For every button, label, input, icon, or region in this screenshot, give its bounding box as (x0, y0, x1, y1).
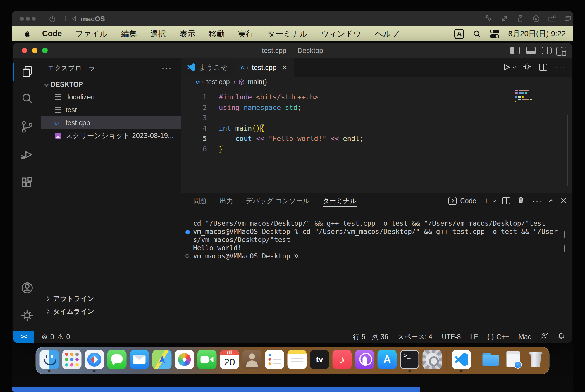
resize-icon[interactable] (500, 15, 509, 23)
source-control-icon[interactable] (20, 120, 34, 134)
tab-problems[interactable]: 問題 (193, 193, 207, 208)
pause-icon[interactable] (60, 15, 68, 23)
toggle-panel-icon[interactable] (526, 47, 536, 54)
menu-go[interactable]: 移動 (209, 29, 225, 39)
tab-welcome[interactable]: ようこそ (181, 58, 234, 77)
dock-vscode[interactable] (452, 348, 472, 373)
breadcrumb-file[interactable]: test.cpp (206, 78, 230, 86)
dock-trash[interactable] (526, 348, 546, 373)
apple-menu-icon[interactable] (23, 30, 31, 38)
control-center-icon[interactable] (490, 30, 499, 38)
breadcrumb-symbol[interactable]: main() (248, 78, 267, 86)
minimap[interactable] (515, 90, 545, 103)
indentation[interactable]: スペース: 4 (398, 332, 432, 341)
pointer-capture-icon[interactable] (485, 15, 493, 23)
toggle-primary-sidebar-icon[interactable] (510, 47, 520, 54)
eol-sequence[interactable]: LF (470, 333, 478, 341)
close-tab-icon[interactable]: × (282, 63, 287, 72)
language-mode[interactable]: { } C++ (487, 333, 509, 341)
split-terminal-icon[interactable] (502, 197, 510, 204)
dock-photos[interactable] (175, 348, 195, 373)
dock-calendar[interactable]: 8月 20 (220, 348, 240, 373)
usb-icon[interactable] (516, 15, 524, 23)
explorer-more-actions-icon[interactable]: ··· (161, 63, 172, 73)
editor-scrollbar[interactable] (567, 115, 568, 186)
menu-app-name[interactable]: Code (42, 29, 62, 38)
shell-selector[interactable]: Code (448, 197, 476, 205)
dock-system-settings[interactable] (422, 348, 442, 373)
outline-section[interactable]: アウトライン (41, 292, 181, 305)
gear-icon[interactable] (523, 62, 531, 72)
displays-icon[interactable] (564, 15, 572, 23)
breadcrumb[interactable]: C++ test.cpp main() (181, 77, 572, 87)
account-icon[interactable] (20, 281, 34, 295)
cursor-position[interactable]: 行 5、列 36 (353, 332, 388, 341)
settings-gear-icon[interactable] (20, 309, 34, 322)
terminal-scrollbar-mark[interactable] (564, 231, 565, 238)
os-indicator[interactable]: Mac (519, 333, 531, 341)
power-icon[interactable] (48, 15, 56, 23)
menu-selection[interactable]: 選択 (150, 29, 166, 39)
vm-window-control[interactable] (26, 17, 30, 21)
dock-podcasts[interactable] (355, 348, 375, 373)
menu-window[interactable]: ウィンドウ (321, 29, 362, 39)
tab-output[interactable]: 出力 (220, 193, 233, 208)
more-actions-icon[interactable]: ··· (555, 66, 566, 69)
menu-help[interactable]: ヘルプ (375, 29, 399, 39)
run-and-debug-icon[interactable] (20, 148, 34, 161)
dock-reminders[interactable] (265, 348, 285, 373)
toggle-secondary-sidebar-icon[interactable] (542, 47, 552, 54)
customize-layout-icon[interactable] (556, 47, 566, 54)
menu-terminal[interactable]: ターミナル (267, 29, 308, 39)
dock-app-store[interactable]: A (377, 348, 397, 373)
dock-terminal[interactable] (400, 348, 420, 373)
maximize-panel-icon[interactable] (549, 199, 554, 204)
dock-tv[interactable]: tv (310, 348, 330, 373)
encoding[interactable]: UTF-8 (442, 333, 461, 341)
dock-maps[interactable] (152, 348, 172, 373)
tab-test-cpp[interactable]: C++ test.cpp × (234, 58, 294, 77)
menu-view[interactable]: 表示 (180, 29, 195, 39)
terminal-scrollbar-mark[interactable] (564, 245, 565, 252)
dock-safari[interactable] (85, 348, 104, 373)
panel-more-actions-icon[interactable]: ··· (532, 199, 543, 202)
dock-music[interactable]: ♪ (332, 348, 352, 373)
vscode-titlebar[interactable]: test.cpp — Desktop (13, 43, 572, 58)
notifications-bell-icon[interactable] (558, 332, 565, 341)
split-editor-icon[interactable] (539, 64, 547, 71)
dock-notes[interactable] (287, 348, 307, 373)
code-editor[interactable]: 1 #include <bits/stdc++.h> 2 using names… (181, 87, 572, 193)
dock-document-preview[interactable] (503, 348, 523, 373)
close-panel-icon[interactable] (560, 198, 567, 204)
file-row-localized[interactable]: .localized (41, 91, 181, 103)
feedback-icon[interactable] (541, 332, 548, 341)
command-pending-decoration[interactable] (185, 254, 189, 258)
explorer-section-desktop[interactable]: DESKTOP (41, 79, 181, 90)
dock-mail[interactable] (130, 348, 149, 373)
menu-run[interactable]: 実行 (238, 29, 254, 39)
vm-window-control[interactable] (20, 17, 24, 21)
file-row-test[interactable]: test (41, 103, 181, 116)
new-terminal-button[interactable]: + (483, 198, 495, 204)
disc-icon[interactable] (532, 15, 540, 23)
menubar-clock[interactable]: 8月20日(日) 9:22 (508, 29, 566, 39)
vm-window-control[interactable] (32, 17, 36, 21)
shared-folder-icon[interactable] (548, 15, 556, 23)
dock-downloads-folder[interactable] (481, 348, 501, 373)
command-success-decoration[interactable] (185, 230, 190, 234)
input-source-icon[interactable]: A (454, 29, 464, 39)
tab-debug-console[interactable]: デバッグ コンソール (246, 193, 310, 208)
vm-titlebar[interactable]: macOS (12, 11, 573, 26)
menu-file[interactable]: ファイル (75, 29, 108, 39)
file-row-screenshot[interactable]: スクリーンショット 2023-08-19... (41, 129, 181, 142)
terminal[interactable]: cd "/Users/vm_macos/Desktop/" && g++ tes… (181, 208, 572, 331)
problems-status[interactable]: ⊗ 0 ⚠ 0 (42, 333, 70, 341)
dock-launchpad[interactable] (62, 348, 82, 373)
spotlight-search-icon[interactable] (473, 30, 481, 38)
dock-facetime[interactable] (197, 348, 217, 373)
step-back-icon[interactable] (70, 15, 78, 23)
dock-contacts[interactable] (242, 348, 262, 373)
kill-terminal-icon[interactable] (517, 196, 525, 206)
menu-edit[interactable]: 編集 (121, 29, 137, 39)
explorer-icon[interactable] (20, 65, 34, 78)
